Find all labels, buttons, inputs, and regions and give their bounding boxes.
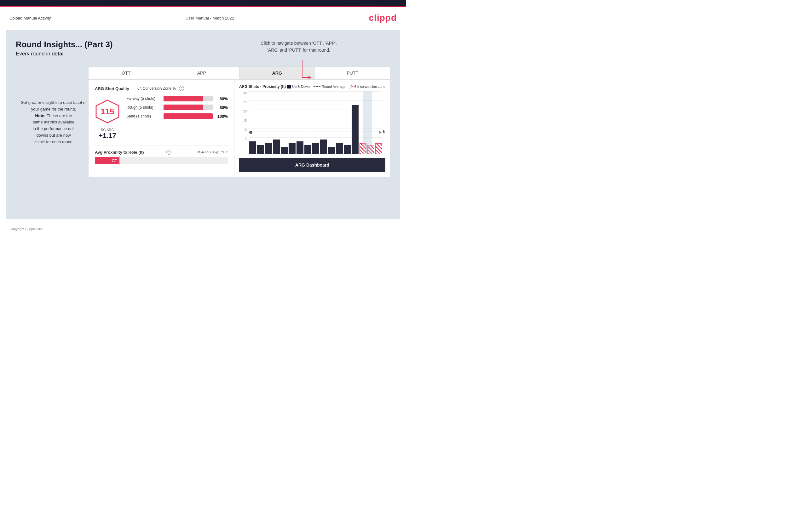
chart-bar-fill <box>375 143 382 154</box>
legend-round-avg: Round Average <box>313 85 346 89</box>
svg-marker-0 <box>308 76 312 79</box>
chart-bar-fill <box>352 105 359 155</box>
tab-putt[interactable]: PUTT <box>315 67 391 79</box>
score-hexagon: 115 <box>95 99 120 124</box>
dashed-arrow <box>379 131 382 134</box>
dashed-line: 8 <box>249 132 379 132</box>
chart-bar-fill <box>297 142 303 154</box>
prox-header: Avg Proximity to Hole (ft) ? ↑ PGA Tour … <box>95 150 228 155</box>
header-divider <box>6 27 400 27</box>
y-tick: 20 <box>239 110 248 113</box>
sg-arg-label: SG ARG <box>99 128 116 132</box>
highlight-overlay <box>363 91 372 154</box>
bar-row: Fairway (5 shots) 80% <box>126 96 228 101</box>
shot-quality-label: ARG Shot Quality <box>95 86 129 91</box>
footer: Copyright Clippd 2021 <box>0 222 406 235</box>
prox-cursor <box>119 156 119 165</box>
prox-bar-track: 77' <box>95 157 228 164</box>
chart-bar-fill <box>257 145 264 154</box>
chart-bar-fill <box>344 145 351 154</box>
chart-bar-fill <box>281 147 288 154</box>
bars-area: Fairway (5 shots) 80% Rough (5 shots) 80… <box>126 96 228 122</box>
y-tick: 25 <box>239 101 248 104</box>
tab-app[interactable]: APP <box>164 67 240 79</box>
tab-bar: OTT APP ARG PUTT <box>89 67 390 80</box>
main-content: Round Insights... (Part 3) Every round i… <box>6 30 400 219</box>
prox-question-icon[interactable]: ? <box>166 150 171 155</box>
chart-bar <box>273 139 280 154</box>
y-tick: 15 <box>239 119 248 122</box>
y-axis: 51015202530 <box>239 91 248 147</box>
y-tick: 10 <box>239 128 248 132</box>
chart-bar <box>297 142 303 154</box>
chart-bar <box>328 147 335 154</box>
chart-bar <box>289 143 296 154</box>
hexagon-score: 115 <box>101 107 114 116</box>
manual-label: User Manual - March 2022 <box>186 16 234 20</box>
chart-bar-fill <box>249 142 256 154</box>
chart-bar <box>281 147 288 154</box>
chart-title: ARG Shots - Proximity (ft) <box>239 84 286 89</box>
hexagon-area: 115 SG ARG +1.17 Fairway (5 shots) <box>95 96 228 140</box>
legend-conversion-zone: 6 ft conversion zone <box>349 85 385 89</box>
copyright-text: Copyright Clippd 2021 <box>9 227 44 231</box>
chart-bar <box>265 143 272 154</box>
upload-label: Upload Manual Activity <box>9 16 51 20</box>
chart-bar <box>336 143 343 154</box>
nav-hint: Click to navigate between 'OTT', 'APP','… <box>261 40 337 54</box>
shot-quality-header: ARG Shot Quality 6ft Conversion Zone % ? <box>95 86 228 91</box>
left-description: Get greater insight into each facet of y… <box>19 100 88 146</box>
prox-value: 77' <box>112 158 119 163</box>
header: Upload Manual Activity User Manual - Mar… <box>0 7 406 27</box>
proximity-section: Avg Proximity to Hole (ft) ? ↑ PGA Tour … <box>95 146 228 164</box>
chart-bar-fill <box>320 139 327 154</box>
arrow-annotation <box>296 60 315 87</box>
pga-label: ↑ PGA Tour Avg: 7'10" <box>194 150 228 154</box>
chart-bar-fill <box>304 145 311 154</box>
right-panel: ARG Shots - Proximity (ft) Up & Down Rou… <box>235 80 390 177</box>
sg-arg-value: +1.17 <box>99 132 116 140</box>
prox-label: Avg Proximity to Hole (ft) <box>95 150 144 155</box>
left-panel: ARG Shot Quality 6ft Conversion Zone % ?… <box>89 80 235 177</box>
legend-round-avg-label: Round Average <box>322 85 346 89</box>
chart-bar <box>304 145 311 154</box>
chart-bar-fill <box>273 139 280 154</box>
arg-dashboard-button[interactable]: ARG Dashboard <box>239 158 385 172</box>
main-card: OTT APP ARG PUTT ARG Shot Quality 6ft Co… <box>88 66 391 177</box>
y-tick: 5 <box>239 137 248 141</box>
chart-bars-container <box>249 91 382 154</box>
brand-logo: clippd <box>369 13 397 23</box>
chart-bar-fill <box>336 143 343 154</box>
chart-bar <box>352 105 359 155</box>
prox-bar-fill: 77' <box>95 157 119 164</box>
dashed-value-label: 8 <box>383 130 385 133</box>
chart-bar-fill <box>265 143 272 154</box>
chart-bar <box>257 145 264 154</box>
chart-bar-fill <box>312 143 319 154</box>
chart-bar <box>344 145 351 154</box>
bar-row: Sand (1 shots) 100% <box>126 113 228 119</box>
legend-conversion-label: 6 ft conversion zone <box>354 85 385 89</box>
card-body: ARG Shot Quality 6ft Conversion Zone % ?… <box>89 80 390 177</box>
bar-row: Rough (5 shots) 80% <box>126 105 228 110</box>
chart-bar <box>249 142 256 154</box>
chart-bar <box>312 143 319 154</box>
legend-sq-icon <box>287 85 291 89</box>
chart-bar-fill <box>328 147 335 154</box>
chart-bar <box>320 139 327 154</box>
chart-bar-fill <box>289 143 296 154</box>
chart-bar <box>375 143 382 154</box>
tab-ott[interactable]: OTT <box>89 67 164 79</box>
hexagon-wrap: 115 SG ARG +1.17 <box>95 99 120 140</box>
chart-area: 510152025308 <box>239 91 385 154</box>
top-bar <box>0 0 406 6</box>
legend-hatch-icon <box>349 85 353 89</box>
sg-arg-section: SG ARG +1.17 <box>99 128 116 140</box>
conversion-label: 6ft Conversion Zone % <box>137 86 176 91</box>
question-icon[interactable]: ? <box>179 86 184 91</box>
y-tick: 30 <box>239 91 248 95</box>
